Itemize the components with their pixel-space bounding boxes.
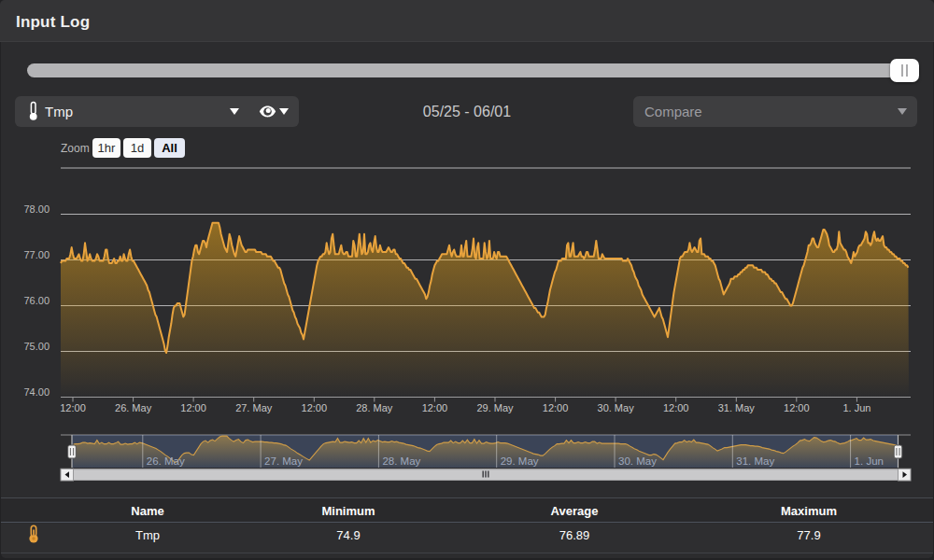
svg-text:27. May: 27. May [264, 455, 303, 467]
svg-text:75.00: 75.00 [23, 341, 50, 352]
svg-text:28. May: 28. May [382, 455, 420, 467]
svg-text:12:00: 12:00 [543, 402, 569, 413]
svg-text:30. May: 30. May [598, 402, 635, 413]
svg-text:27. May: 27. May [235, 402, 273, 413]
svg-text:1. Jun: 1. Jun [842, 402, 870, 413]
svg-text:74.00: 74.00 [23, 386, 50, 398]
svg-text:29. May: 29. May [476, 402, 514, 413]
svg-text:12:00: 12:00 [663, 402, 689, 413]
svg-text:29. May: 29. May [501, 455, 539, 467]
svg-text:77.00: 77.00 [23, 249, 50, 260]
svg-text:12:00: 12:00 [784, 402, 810, 413]
svg-text:31. May: 31. May [718, 402, 756, 413]
svg-text:78.00: 78.00 [23, 203, 50, 215]
svg-text:31. May: 31. May [736, 455, 774, 467]
svg-text:12:00: 12:00 [180, 402, 206, 413]
svg-text:12:00: 12:00 [422, 402, 448, 413]
svg-text:12:00: 12:00 [302, 402, 328, 413]
svg-text:76.00: 76.00 [23, 295, 50, 306]
svg-text:12:00: 12:00 [60, 402, 86, 413]
svg-text:26. May: 26. May [147, 455, 185, 467]
svg-text:28. May: 28. May [356, 402, 393, 413]
svg-text:1. Jun: 1. Jun [855, 455, 884, 467]
svg-text:26. May: 26. May [115, 402, 152, 413]
svg-text:30. May: 30. May [618, 455, 657, 467]
